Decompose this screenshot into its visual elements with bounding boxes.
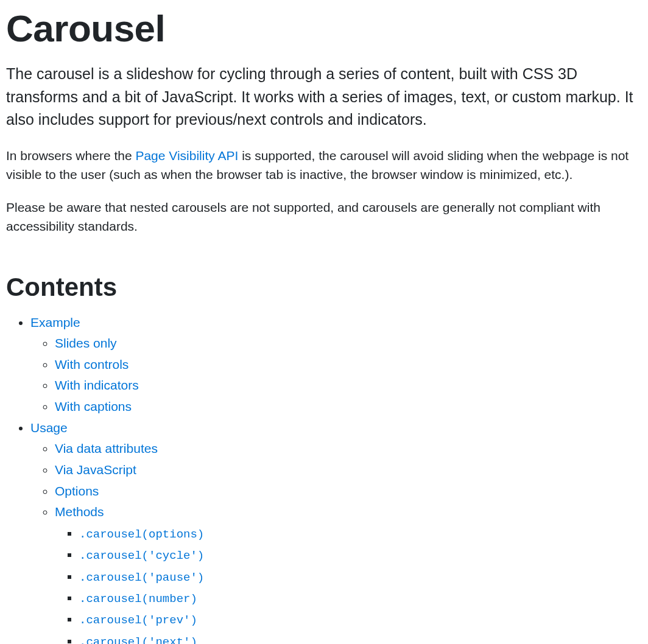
toc-item: .carousel(options) xyxy=(79,523,642,544)
toc-item: Via JavaScript xyxy=(55,460,642,481)
toc-link-carousel-number[interactable]: .carousel(number) xyxy=(79,590,197,604)
toc-item: .carousel('pause') xyxy=(79,566,642,587)
toc-sublist: Via data attributes Via JavaScript Optio… xyxy=(30,438,642,644)
toc-item: With controls xyxy=(55,354,642,376)
toc-item: With indicators xyxy=(55,375,642,396)
paragraph-visibility-api: In browsers where the Page Visibility AP… xyxy=(6,146,642,184)
contents-heading: Contents xyxy=(6,268,642,306)
toc-item-methods: Methods .carousel(options) .carousel('cy… xyxy=(55,502,642,644)
toc-link-usage[interactable]: Usage xyxy=(30,421,68,435)
toc-link-via-javascript[interactable]: Via JavaScript xyxy=(55,463,136,477)
toc-link-options[interactable]: Options xyxy=(55,484,99,498)
toc-item: .carousel('prev') xyxy=(79,609,642,630)
toc-link-slides-only[interactable]: Slides only xyxy=(55,336,117,350)
page-title: Carousel xyxy=(6,0,642,57)
text-segment: In browsers where the xyxy=(6,149,135,163)
toc-item: .carousel(number) xyxy=(79,587,642,609)
toc-item: .carousel('cycle') xyxy=(79,544,642,565)
code-text: .carousel('next') xyxy=(79,635,197,644)
toc-item: Options xyxy=(55,481,642,502)
toc-item: Via data attributes xyxy=(55,438,642,460)
toc-link-carousel-next[interactable]: .carousel('next') xyxy=(79,634,197,644)
toc-link-carousel-options[interactable]: .carousel(options) xyxy=(79,526,204,540)
toc-link-example[interactable]: Example xyxy=(30,315,80,329)
toc-link-via-data-attributes[interactable]: Via data attributes xyxy=(55,441,158,455)
toc-item: .carousel('next') xyxy=(79,631,642,644)
code-text: .carousel(options) xyxy=(79,528,204,541)
code-text: .carousel('pause') xyxy=(79,571,204,584)
toc-link-with-captions[interactable]: With captions xyxy=(55,399,132,413)
toc-link-carousel-cycle[interactable]: .carousel('cycle') xyxy=(79,547,204,561)
toc-list: Example Slides only With controls With i… xyxy=(6,312,642,645)
code-text: .carousel(number) xyxy=(79,592,197,606)
toc-item-usage: Usage Via data attributes Via JavaScript… xyxy=(30,418,642,644)
toc-item: Slides only xyxy=(55,333,642,354)
code-text: .carousel('cycle') xyxy=(79,549,204,562)
paragraph-nested-warning: Please be aware that nested carousels ar… xyxy=(6,198,642,236)
toc-link-carousel-prev[interactable]: .carousel('prev') xyxy=(79,612,197,626)
toc-sublist: Slides only With controls With indicator… xyxy=(30,333,642,418)
page-visibility-api-link[interactable]: Page Visibility API xyxy=(135,149,238,163)
toc-link-carousel-pause[interactable]: .carousel('pause') xyxy=(79,569,204,583)
toc-link-with-controls[interactable]: With controls xyxy=(55,357,129,371)
toc-link-with-indicators[interactable]: With indicators xyxy=(55,378,139,392)
toc-link-methods[interactable]: Methods xyxy=(55,505,104,519)
toc-item-example: Example Slides only With controls With i… xyxy=(30,312,642,418)
toc-sublist: .carousel(options) .carousel('cycle') .c… xyxy=(55,523,642,644)
lead-paragraph: The carousel is a slideshow for cycling … xyxy=(6,63,642,131)
toc-item: With captions xyxy=(55,396,642,418)
code-text: .carousel('prev') xyxy=(79,614,197,627)
